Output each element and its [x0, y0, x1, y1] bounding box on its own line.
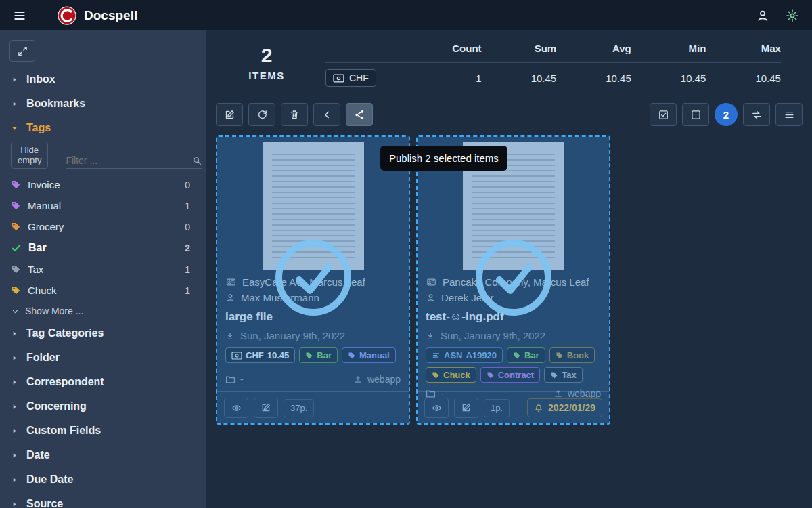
sidebar-item-concerning[interactable]: Concerning	[0, 394, 206, 419]
correspondent-row: EasyCare AG, Marcus Leaf	[225, 276, 401, 288]
sidebar-item-due-date[interactable]: Due Date	[0, 467, 206, 492]
edit-selected-button[interactable]	[216, 103, 243, 126]
tag-icon	[305, 352, 313, 360]
tag-item-chuck[interactable]: Chuck 1	[0, 280, 206, 301]
sidebar-item-custom-fields[interactable]: Custom Fields	[0, 419, 206, 443]
list-view-button[interactable]	[775, 103, 803, 126]
expand-arrows-icon	[17, 45, 28, 57]
tag-item-grocery[interactable]: Grocery 0	[0, 216, 206, 237]
tag-item-tax[interactable]: Tax 1	[0, 259, 206, 280]
tag-icon	[11, 179, 21, 190]
money-icon	[333, 74, 344, 83]
item-date-row: Sun, January 9th, 2022	[426, 330, 601, 341]
sidebar-item-date[interactable]: Date	[0, 443, 206, 467]
tag-count: 0	[185, 221, 196, 232]
tag-badge[interactable]: Bar	[507, 347, 545, 363]
chevron-right-icon	[11, 76, 18, 83]
sidebar-item-tags[interactable]: Tags	[0, 116, 206, 140]
correspondent-row: Pancake Company, Marcus Leaf	[426, 276, 601, 288]
hide-empty-button[interactable]: Hide empty	[11, 142, 48, 169]
item-toolbar: 2	[216, 103, 803, 126]
tag-badge-label: Manual	[359, 350, 390, 360]
tag-count: 1	[185, 264, 196, 275]
date-arrow-icon	[426, 331, 435, 341]
tag-icon	[432, 371, 440, 379]
person-icon	[225, 293, 235, 303]
list-icon	[784, 109, 795, 121]
stats-value-avg: 10.45	[556, 72, 631, 84]
sidebar-item-tag-categories[interactable]: Tag Categories	[0, 321, 206, 345]
sidebar-item-bookmarks[interactable]: Bookmarks	[0, 91, 206, 116]
app-title: Docspell	[84, 8, 137, 23]
publish-tooltip: Publish 2 selected items	[380, 146, 508, 171]
due-date-badge: 2022/01/29	[527, 398, 602, 417]
expand-sidebar-button[interactable]	[9, 40, 35, 62]
stats-col-min: Min	[631, 43, 706, 54]
item-card[interactable]: Pancake Company, Marcus Leaf Derek Jeter…	[416, 135, 610, 425]
sidebar: Inbox Bookmarks Tags Hide empty Invoice …	[0, 30, 206, 508]
sidebar-item-label: Correspondent	[26, 376, 104, 388]
tag-badge[interactable]: Tax	[544, 367, 582, 383]
tag-badge[interactable]: Book	[549, 347, 595, 363]
preview-button[interactable]	[424, 398, 449, 418]
deselect-all-button[interactable]	[682, 103, 709, 126]
docspell-logo-icon	[57, 5, 77, 26]
badge-row: CHF 10.45 Bar Manual	[225, 347, 401, 363]
sidebar-item-label: Concerning	[26, 400, 87, 412]
tag-icon	[11, 264, 21, 274]
tag-count: 0	[185, 179, 196, 190]
tag-item-bar-selected[interactable]: Bar 2	[0, 237, 206, 259]
share-publish-button[interactable]	[346, 103, 373, 126]
tag-filter-input[interactable]	[66, 155, 202, 166]
edit-item-button[interactable]	[454, 398, 478, 418]
stats-table-header: Count Sum Avg Min Max	[325, 39, 781, 63]
settings-button[interactable]	[781, 4, 804, 27]
folder-info: -	[225, 374, 244, 385]
tag-count: 1	[185, 285, 196, 296]
concerning-person: Max Mustermann	[241, 292, 319, 303]
sidebar-item-folder[interactable]: Folder	[0, 345, 206, 370]
reload-button[interactable]	[248, 103, 275, 126]
back-button[interactable]	[313, 103, 340, 126]
delete-selected-button[interactable]	[281, 103, 308, 126]
tag-badge[interactable]: Chuck	[426, 367, 476, 383]
user-menu-button[interactable]	[751, 4, 774, 27]
sidebar-item-inbox[interactable]: Inbox	[0, 67, 206, 91]
show-more-button[interactable]: Show More ...	[0, 301, 206, 321]
item-card[interactable]: EasyCare AG, Marcus Leaf Max Mustermann …	[216, 135, 410, 425]
tag-item-manual[interactable]: Manual 1	[0, 195, 206, 216]
sidebar-item-label: Source	[26, 498, 63, 508]
card-actions: 37p.	[217, 391, 409, 423]
stats-value-min: 10.45	[631, 72, 706, 84]
select-all-button[interactable]	[650, 103, 677, 126]
hamburger-icon	[13, 9, 26, 22]
sidebar-item-source[interactable]: Source	[0, 492, 206, 508]
menu-button[interactable]	[8, 4, 31, 27]
stats-value-count: 1	[407, 72, 482, 84]
asn-icon	[432, 351, 441, 360]
stats-col-count: Count	[407, 43, 482, 54]
top-navbar: Docspell	[0, 0, 812, 30]
item-count: 2	[216, 44, 317, 67]
badge-row: ASN A19920 Bar Book Chuck	[426, 347, 601, 383]
item-title[interactable]: test-☺-ing.pdf	[426, 310, 601, 324]
concerning-row: Derek Jeter	[426, 292, 601, 303]
sidebar-item-correspondent[interactable]: Correspondent	[0, 370, 206, 394]
tag-badge[interactable]: Contract	[480, 367, 540, 383]
preview-button[interactable]	[224, 398, 248, 418]
tag-badge[interactable]: Manual	[342, 347, 396, 363]
tag-item-invoice[interactable]: Invoice 0	[0, 174, 206, 195]
tag-badge[interactable]: Bar	[299, 347, 338, 363]
currency-badge: CHF	[325, 69, 376, 87]
chevron-right-icon	[11, 330, 18, 337]
invert-selection-button[interactable]	[743, 103, 770, 126]
tag-icon	[513, 352, 521, 360]
item-title[interactable]: large file	[225, 310, 401, 324]
money-icon	[231, 352, 242, 360]
tag-filter-controls: Hide empty	[0, 140, 206, 174]
tag-label: Chuck	[28, 284, 57, 296]
tag-icon	[550, 371, 558, 379]
folder-icon	[225, 375, 235, 384]
upload-icon	[353, 375, 363, 384]
edit-item-button[interactable]	[254, 398, 278, 418]
